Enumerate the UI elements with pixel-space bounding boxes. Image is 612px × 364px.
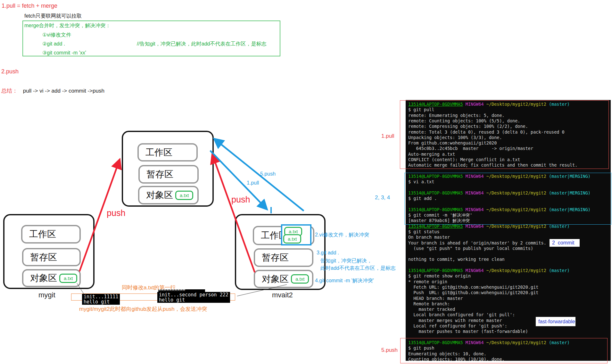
mygit2-repo-box: 工作区 暂存区 对象区 a.txt <box>235 214 326 290</box>
terminal-label-234: 2, 3, 4 <box>375 194 390 201</box>
github-zone-work: 工作区 <box>137 143 198 161</box>
mygit-zone-object: 对象区 a.txt <box>22 269 81 287</box>
mygit-zone-work: 工作区 <box>21 225 81 244</box>
zone-stage-label: 暂存区 <box>146 168 173 180</box>
merge-note-step2: ②git add . <box>42 41 65 47</box>
terminal-line: (use "git push" to publish your local co… <box>408 246 533 252</box>
terminal-label-push: 5.push <box>381 347 398 353</box>
push-arrow-label-left: push <box>107 208 126 218</box>
file-chip-atxt: a.txt <box>59 274 77 283</box>
pull-arrow-label: 1.pull <box>247 180 259 186</box>
push5-arrow <box>215 140 304 211</box>
zone-object-label: 对象区 <box>146 189 173 201</box>
snippet-mygit2-line2: hello git <box>159 297 185 303</box>
zone-stage-label: 暂存区 <box>262 252 289 264</box>
zone-object-label: 对象区 <box>30 272 57 284</box>
mygit2-label: mvait2 <box>272 291 293 299</box>
mygit-repo-box: 工作区 暂存区 对象区 a.txt <box>3 214 95 289</box>
terminal-line: master tracked <box>408 307 455 312</box>
terminal-line: Fetch URL: git@github.com:wohenguaii/git… <box>408 285 538 290</box>
terminal-line: Your branch is ahead of 'origin/master' … <box>408 240 546 246</box>
summary-text: pull -> vi -> add -> commit ->push <box>23 88 104 94</box>
callout-fast-forwardable: fast-forwardable <box>536 317 575 326</box>
terminal-section-box-234 <box>404 173 611 225</box>
terminal-line: master pushes to master (fast-forwardabl… <box>408 329 528 335</box>
mygit2-zone-stage: 暂存区 <box>254 248 313 267</box>
zone-work-label: 工作区 <box>29 228 56 240</box>
mygit-label: mygit <box>38 291 55 299</box>
mygit2-zone-object: 对象区 a.txt <box>254 270 313 288</box>
file-chip-atxt: a.txt <box>291 274 309 284</box>
merge-note-title: merge合并时，发生冲突，解决冲突： <box>24 22 111 29</box>
snippet-mygit: init...11111 hello git <box>82 294 120 305</box>
github-zone-object: 对象区 a.txt <box>138 186 199 204</box>
git-notes-page: 1.pull = fetch + merge fetch只要联网就可以拉取 me… <box>0 0 612 364</box>
merge-note-step1: ①vi修改文件 <box>42 32 71 38</box>
zone-stage-label: 暂存区 <box>30 251 57 263</box>
terminal-section-box-push <box>400 338 608 363</box>
note-fetch: fetch只要联网就可以拉取 <box>24 13 82 20</box>
conflict-highlight-box: a.txt a.txt <box>281 224 311 245</box>
summary-label: 总结： <box>1 88 18 94</box>
terminal-line: On branch master <box>408 235 450 240</box>
snippet-mygit2: init...second person 222 hello git <box>157 292 230 303</box>
annotation-step3: 3.git add . <box>317 250 339 256</box>
file-chip-atxt-version2: a.txt <box>283 234 301 244</box>
annotation-step4: 4.git commit -m '解决冲突' <box>315 277 374 284</box>
terminal-line: $ git remote show origin <box>408 273 471 279</box>
annotation-step3-note1: 告知git，冲突已解决， <box>320 258 372 264</box>
terminal-line: $ git status <box>408 229 440 235</box>
callout-2-commit: 2 commit <box>550 239 580 247</box>
push-arrow-label-right: push <box>231 195 250 205</box>
note-pull-title: 1.pull = fetch + merge <box>2 3 57 9</box>
terminal-line: Local ref configured for 'git push': <box>408 323 507 329</box>
merge-note-step2-comment: //告知git，冲突已解决，此时add不代表在工作区，是标志 <box>137 41 266 47</box>
terminal-line: Remote branch: <box>408 301 450 307</box>
zone-object-label: 对象区 <box>262 273 289 285</box>
terminal-line: 13514@LAPTOP-8GDVMMA5 MINGW64 ~/Desktop/… <box>408 268 570 274</box>
terminal-section-box-pull <box>400 100 609 169</box>
terminal-line: master merges with remote master <box>408 318 502 324</box>
file-chip-atxt: a.txt <box>175 191 193 200</box>
note-push-title: 2.push <box>1 68 19 75</box>
github-zone-stage: 暂存区 <box>138 165 199 184</box>
terminal-line: * remote origin <box>408 279 447 285</box>
summary-line: 总结： pull -> vi -> add -> commit ->push <box>1 87 104 95</box>
terminal-line: Push URL: git@github.com:wohenguaii/git2… <box>408 290 538 296</box>
github-repo-box: 工作区 暂存区 对象区 a.txt <box>122 131 214 207</box>
merge-note-box: merge合并时，发生冲突，解决冲突： ①vi修改文件 ②git add . /… <box>22 21 280 56</box>
orange-note-bottom: mygit/mygit2此时都向github发起从push，会发送冲突 <box>79 305 207 313</box>
zone-work-label: 工作区 <box>145 146 172 159</box>
mygit-zone-stage: 暂存区 <box>22 248 81 266</box>
push5-arrow-label: 5.push <box>260 171 276 177</box>
terminal-line: HEAD branch: master <box>408 296 463 302</box>
annotation-step3-note2: 此时add不代表在工作区，是标志 <box>320 265 396 272</box>
terminal-line: nothing to commit, working tree clean <box>408 257 505 262</box>
annotation-step2: 2.vi修改文件，解决冲突 <box>315 232 369 238</box>
merge-note-step3: ③git commit -m 'xx' <box>42 50 86 56</box>
terminal-label-pull: 1.pull <box>381 133 394 139</box>
terminal-line: Local branch configured for 'git pull': <box>408 312 515 318</box>
snippet-mygit-line2: hello git <box>84 299 110 305</box>
